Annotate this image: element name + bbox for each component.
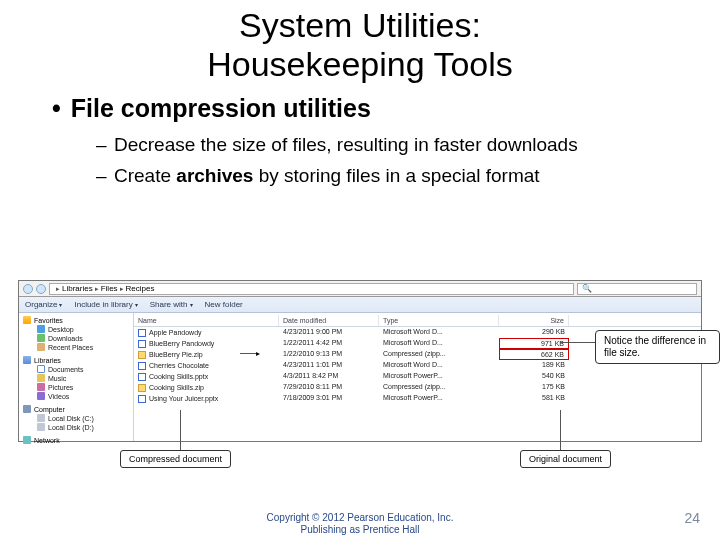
sidebar-label: Recent Places [48, 344, 93, 351]
col-date[interactable]: Date modified [279, 315, 379, 326]
file-name: BlueBerry Pandowdy [149, 340, 214, 347]
sidebar-label: Documents [48, 366, 83, 373]
col-name[interactable]: Name [134, 315, 279, 326]
star-icon [23, 316, 31, 324]
dash-icon: – [96, 164, 114, 189]
sidebar-label: Pictures [48, 384, 73, 391]
sidebar-label: Videos [48, 393, 69, 400]
sidebar-label: Local Disk (C:) [48, 415, 94, 422]
slide-title: System Utilities: Housekeeping Tools [0, 6, 720, 84]
file-name: Apple Pandowdy [149, 329, 202, 336]
drive-icon [37, 414, 45, 422]
file-size: 581 KB [499, 393, 569, 404]
sidebar-item-recent[interactable]: Recent Places [23, 343, 129, 351]
chevron-right-icon: ▸ [56, 285, 60, 293]
sub-bullet-1: – Decrease the size of files, resulting … [96, 133, 680, 158]
file-type: Microsoft Word D... [379, 338, 499, 349]
file-date: 4/23/2011 9:00 PM [279, 327, 379, 338]
label-original-text: Original document [529, 454, 602, 464]
slide-number: 24 [684, 510, 700, 526]
sidebar-label: Local Disk (D:) [48, 424, 94, 431]
sidebar-item-downloads[interactable]: Downloads [23, 334, 129, 342]
sidebar-label: Network [34, 437, 60, 444]
col-size[interactable]: Size [499, 315, 569, 326]
callout-filesize: Notice the difference in file size. [595, 330, 720, 364]
file-size: 290 KB [499, 327, 569, 338]
breadcrumb[interactable]: ▸ Libraries ▸ Files ▸ Recipes [49, 283, 574, 295]
sidebar-item-music[interactable]: Music [23, 374, 129, 382]
new-folder-button[interactable]: New folder [205, 300, 243, 309]
file-type: Microsoft PowerP... [379, 393, 499, 404]
chevron-right-icon: ▸ [95, 285, 99, 293]
sidebar-label: Downloads [48, 335, 83, 342]
pictures-icon [37, 383, 45, 391]
bullet-list: •File compression utilities – Decrease t… [0, 84, 720, 188]
table-row[interactable]: Using Your Juicer.pptx7/18/2009 3:01 PMM… [134, 393, 701, 404]
table-row[interactable]: Cooking Skills.pptx4/3/2011 8:42 PMMicro… [134, 371, 701, 382]
file-type: Microsoft Word D... [379, 360, 499, 371]
file-size: 189 KB [499, 360, 569, 371]
chevron-right-icon: ▸ [120, 285, 124, 293]
organize-menu[interactable]: Organize [25, 300, 62, 309]
crumb-2[interactable]: Files [101, 284, 118, 293]
sidebar-item-drive-c[interactable]: Local Disk (C:) [23, 414, 129, 422]
explorer-sidebar: Favorites Desktop Downloads Recent Place… [19, 313, 134, 441]
nav-back-icon[interactable] [23, 284, 33, 294]
file-icon [138, 329, 146, 337]
file-name: Cooking Skills.zip [149, 384, 204, 391]
sidebar-item-computer[interactable]: Computer [23, 405, 129, 413]
sidebar-item-pictures[interactable]: Pictures [23, 383, 129, 391]
sidebar-label: Libraries [34, 357, 61, 364]
copyright-line-1: Copyright © 2012 Pearson Education, Inc. [267, 512, 454, 523]
sidebar-item-drive-d[interactable]: Local Disk (D:) [23, 423, 129, 431]
arrow-icon: ▸ [256, 349, 260, 358]
file-type: Compressed (zipp... [379, 382, 499, 393]
label-compressed: Compressed document [120, 450, 231, 468]
table-row[interactable]: Cooking Skills.zip7/29/2010 8:11 PMCompr… [134, 382, 701, 393]
file-date: 7/29/2010 8:11 PM [279, 382, 379, 393]
title-line-1: System Utilities: [239, 6, 481, 44]
include-menu[interactable]: Include in library [74, 300, 137, 309]
sub-bullet-2: – Create archives by storing files in a … [96, 164, 680, 189]
music-icon [37, 374, 45, 382]
file-size: 971 KB [499, 338, 569, 349]
sub2-post: by storing files in a special format [253, 165, 539, 186]
leader-line [560, 410, 561, 450]
network-icon [23, 436, 31, 444]
sidebar-label: Computer [34, 406, 65, 413]
search-input[interactable]: 🔍 [577, 283, 697, 295]
sub-bullet-1-text: Decrease the size of files, resulting in… [114, 133, 578, 158]
file-date: 7/18/2009 3:01 PM [279, 393, 379, 404]
file-name: Cherries Chocolate [149, 362, 209, 369]
sub-bullet-2-text: Create archives by storing files in a sp… [114, 164, 540, 189]
dash-icon: – [96, 133, 114, 158]
recent-icon [37, 343, 45, 351]
file-date: 1/22/2010 9:13 PM [279, 349, 379, 360]
drive-icon [37, 423, 45, 431]
sidebar-item-favorites[interactable]: Favorites [23, 316, 129, 324]
file-icon [138, 395, 146, 403]
sidebar-item-network[interactable]: Network [23, 436, 129, 444]
file-icon [138, 362, 146, 370]
crumb-1[interactable]: Libraries [62, 284, 93, 293]
title-line-2: Housekeeping Tools [207, 45, 513, 83]
sidebar-item-videos[interactable]: Videos [23, 392, 129, 400]
file-icon [138, 351, 146, 359]
file-name: Using Your Juicer.pptx [149, 395, 218, 402]
label-compressed-text: Compressed document [129, 454, 222, 464]
sidebar-item-documents[interactable]: Documents [23, 365, 129, 373]
bullet-main-text: File compression utilities [71, 94, 371, 122]
explorer-toolbar: Organize Include in library Share with N… [19, 297, 701, 313]
copyright-line-2: Publishing as Prentice Hall [301, 524, 420, 535]
bullet-dot: • [52, 94, 61, 122]
nav-forward-icon[interactable] [36, 284, 46, 294]
share-menu[interactable]: Share with [150, 300, 193, 309]
file-date: 1/22/2011 4:42 PM [279, 338, 379, 349]
documents-icon [37, 365, 45, 373]
sub2-pre: Create [114, 165, 176, 186]
crumb-3[interactable]: Recipes [126, 284, 155, 293]
file-type: Microsoft Word D... [379, 327, 499, 338]
sidebar-item-libraries[interactable]: Libraries [23, 356, 129, 364]
col-type[interactable]: Type [379, 315, 499, 326]
sidebar-item-desktop[interactable]: Desktop [23, 325, 129, 333]
